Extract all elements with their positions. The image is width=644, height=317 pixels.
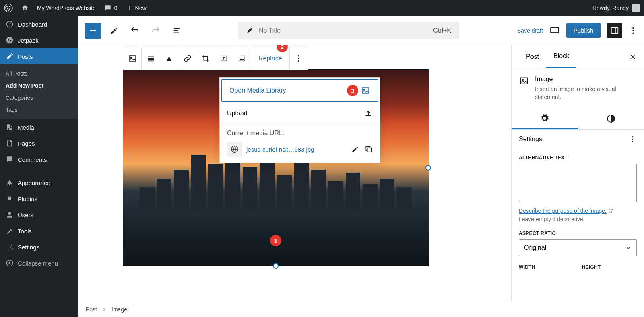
sidebar-label: Pages [18, 140, 35, 147]
width-label: Width [519, 264, 574, 270]
alt-text-input[interactable] [519, 164, 637, 202]
svg-rect-5 [551, 27, 559, 33]
settings-panel: Post Block Image Insert an image to make… [511, 45, 644, 301]
posts-submenu: All Posts Add New Post Categories Tags [0, 64, 78, 119]
settings-subtab[interactable] [512, 108, 578, 129]
svg-point-3 [8, 212, 11, 215]
image-icon [361, 86, 370, 95]
save-draft-button[interactable]: Save draft [517, 27, 543, 34]
svg-rect-23 [367, 148, 372, 152]
title-input[interactable]: No Title Ctrl+K [238, 22, 459, 39]
svg-point-7 [632, 27, 634, 29]
sidebar-item-media[interactable]: Media [0, 119, 78, 135]
svg-rect-20 [362, 88, 369, 93]
settings-panel-toggle[interactable] [607, 23, 622, 38]
styles-subtab[interactable] [578, 108, 644, 129]
svg-rect-6 [611, 27, 618, 33]
svg-point-28 [632, 139, 634, 140]
aspect-ratio-select[interactable]: Original [519, 239, 637, 256]
redo-icon[interactable] [148, 23, 164, 39]
text-overlay-icon[interactable] [215, 47, 233, 70]
block-type-icon[interactable] [123, 47, 141, 70]
shortcut-hint: Ctrl+K [433, 27, 451, 34]
sidebar-label: Dashboard [18, 21, 47, 28]
external-link-icon [608, 208, 613, 213]
tab-post[interactable]: Post [519, 45, 546, 68]
copy-url-icon[interactable] [365, 145, 373, 153]
annotation-badge-1: 1 [270, 235, 281, 246]
home-icon[interactable] [21, 4, 29, 12]
wp-logo[interactable] [4, 4, 13, 12]
sidebar-item-pages[interactable]: Pages [0, 135, 78, 151]
sidebar-item-comments[interactable]: Comments [0, 151, 78, 167]
svg-point-4 [7, 260, 13, 266]
submenu-categories[interactable]: Categories [0, 92, 78, 104]
comments-link[interactable]: 0 [104, 4, 118, 12]
annotation-badge-3: 3 [347, 85, 358, 96]
avatar[interactable] [632, 4, 640, 12]
crop-icon[interactable] [196, 47, 215, 70]
document-overview-icon[interactable] [169, 23, 185, 39]
close-panel-icon[interactable] [629, 53, 637, 61]
submenu-add-new[interactable]: Add New Post [0, 80, 78, 92]
sidebar-item-tools[interactable]: Tools [0, 223, 78, 239]
alt-text-help-link[interactable]: Describe the purpose of the image. [519, 208, 613, 214]
sidebar-label: Collapse menu [18, 260, 58, 267]
admin-sidebar: Dashboard Jetpack Posts All Posts Add Ne… [0, 16, 78, 317]
svg-point-2 [6, 37, 13, 44]
undo-icon[interactable] [127, 23, 143, 39]
editor-header: No Title Ctrl+K Save draft Publish [78, 16, 644, 45]
edit-url-icon[interactable] [351, 145, 359, 153]
more-tools-icon[interactable] [233, 47, 251, 70]
sidebar-item-dashboard[interactable]: Dashboard [0, 16, 78, 32]
sidebar-label: Settings [18, 244, 39, 251]
replace-popup: Open Media Library 3 Upload Current medi… [219, 77, 380, 163]
sidebar-item-plugins[interactable]: Plugins [0, 191, 78, 207]
sidebar-item-users[interactable]: Users [0, 207, 78, 223]
link-icon[interactable] [178, 47, 196, 70]
sidebar-label: Plugins [18, 196, 37, 202]
align-icon[interactable] [142, 47, 160, 70]
gear-icon [540, 113, 549, 123]
sidebar-item-posts[interactable]: Posts [0, 48, 78, 64]
submenu-all-posts[interactable]: All Posts [0, 68, 78, 80]
upload-icon [364, 109, 373, 118]
admin-bar: My WordPress Website 0 New Howdy, Randy [0, 0, 644, 16]
editor-canvas[interactable]: Replace 2 [78, 45, 511, 301]
new-button[interactable]: New [126, 4, 147, 12]
media-url-link[interactable]: jesus-curiel-nsk…683.jpg [246, 146, 347, 153]
svg-point-16 [242, 59, 243, 60]
open-media-library-button[interactable]: Open Media Library 3 [221, 79, 378, 102]
add-block-button[interactable] [85, 23, 101, 39]
site-title[interactable]: My WordPress Website [37, 5, 96, 11]
breadcrumb-post[interactable]: Post [86, 306, 97, 313]
submenu-tags[interactable]: Tags [0, 104, 78, 116]
sidebar-item-appearance[interactable]: Appearance [0, 175, 78, 191]
comment-count: 0 [114, 5, 118, 11]
sidebar-collapse[interactable]: Collapse menu [0, 255, 78, 271]
section-more-icon[interactable] [629, 135, 637, 143]
preview-icon[interactable] [549, 25, 560, 36]
sidebar-item-settings[interactable]: Settings [0, 239, 78, 255]
upload-button[interactable]: Upload [220, 103, 380, 124]
tab-block[interactable]: Block [546, 45, 576, 68]
sidebar-label: Jetpack [18, 37, 39, 44]
more-options-icon[interactable] [629, 26, 638, 35]
svg-point-18 [298, 58, 299, 59]
resize-handle-bottom[interactable] [273, 263, 279, 269]
sidebar-item-jetpack[interactable]: Jetpack [0, 32, 78, 48]
resize-handle-right[interactable] [425, 165, 431, 171]
greeting[interactable]: Howdy, Randy [592, 5, 629, 11]
contrast-icon [606, 114, 616, 124]
block-more-icon[interactable] [290, 47, 308, 70]
caption-icon[interactable] [160, 47, 178, 70]
sidebar-label: Media [18, 124, 34, 131]
edit-mode-icon[interactable] [106, 23, 122, 39]
aspect-ratio-label: Aspect Ratio [519, 231, 637, 236]
settings-header: Settings [519, 136, 542, 143]
block-icon [519, 76, 529, 101]
svg-point-14 [240, 59, 241, 60]
publish-button[interactable]: Publish [566, 23, 601, 38]
block-name: Image [535, 76, 637, 83]
breadcrumb-image[interactable]: Image [111, 306, 127, 313]
